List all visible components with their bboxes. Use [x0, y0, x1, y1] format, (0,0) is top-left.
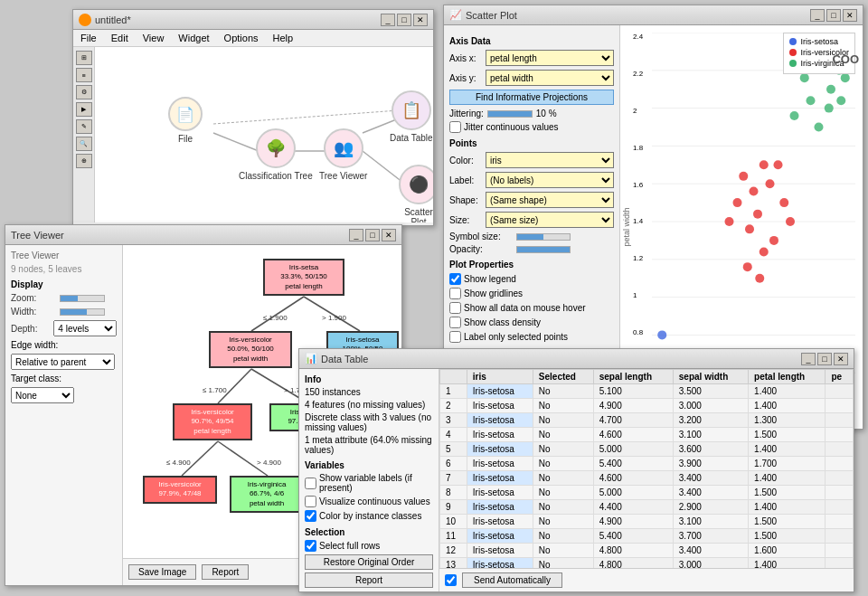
- cell-sepal-len: 4.800: [593, 544, 673, 558]
- show-gridlines-check[interactable]: [449, 288, 461, 299]
- scatter-maximize[interactable]: □: [826, 9, 841, 22]
- size-select[interactable]: (Same size): [486, 212, 614, 228]
- table-row[interactable]: 10 Iris-setosa No 4.900 3.100 1.500: [440, 515, 854, 529]
- datatable-table-area[interactable]: iris Selected sepal length sepal width p…: [439, 369, 854, 568]
- target-select[interactable]: None: [11, 387, 74, 403]
- label-select[interactable]: (No labels): [486, 172, 614, 188]
- menu-view[interactable]: View: [139, 32, 168, 44]
- opacity-slider[interactable]: [516, 246, 571, 253]
- scatter-close[interactable]: ✕: [843, 9, 857, 22]
- menu-widget[interactable]: Widget: [175, 32, 212, 44]
- toolbar-left: ⊞ ≡ ⚙ ▶ ✎ 🔍 ⊕: [73, 47, 95, 222]
- table-row[interactable]: 3 Iris-setosa No 4.700 3.200 1.300: [440, 413, 854, 428]
- close-btn[interactable]: ✕: [413, 14, 428, 26]
- cell-sepal-len: 4.800: [593, 558, 673, 569]
- symbol-size-slider[interactable]: [516, 233, 571, 241]
- node-file[interactable]: 📄 File: [168, 97, 203, 144]
- col-petal-length[interactable]: petal length: [749, 370, 826, 384]
- cell-sepal-len: 5.400: [593, 529, 673, 544]
- table-row[interactable]: 12 Iris-setosa No 4.800 3.400 1.600: [440, 544, 854, 558]
- cell-num: 7: [440, 471, 467, 486]
- cell-pe: [826, 399, 854, 413]
- label-selected-check[interactable]: [449, 331, 461, 343]
- tool-4[interactable]: ▶: [76, 102, 92, 117]
- datatable-maximize[interactable]: □: [817, 353, 832, 365]
- menu-edit[interactable]: Edit: [108, 32, 132, 44]
- send-auto-check[interactable]: [445, 574, 457, 586]
- axis-y-select[interactable]: petal width: [486, 70, 614, 86]
- col-pe[interactable]: pe: [826, 370, 854, 384]
- menu-help[interactable]: Help: [269, 32, 297, 44]
- show-class-density-check[interactable]: [449, 317, 461, 328]
- show-legend-check[interactable]: [449, 273, 461, 285]
- table-row[interactable]: 11 Iris-setosa No 5.400 3.700 1.500: [440, 529, 854, 544]
- tool-7[interactable]: ⊕: [76, 154, 92, 168]
- visualize-continuous-check[interactable]: [305, 496, 316, 507]
- scatter-minimize[interactable]: _: [810, 9, 825, 22]
- menu-file[interactable]: File: [77, 32, 100, 44]
- report-btn2[interactable]: Report: [305, 572, 433, 588]
- cell-sepal-wid: 3.500: [673, 384, 748, 399]
- node-scatter-plot[interactable]: ⚫ Scatter Plot: [399, 165, 433, 222]
- table-row[interactable]: 7 Iris-setosa No 4.600 3.400 1.400: [440, 471, 854, 486]
- table-row[interactable]: 5 Iris-setosa No 5.000 3.600 1.400: [440, 442, 854, 457]
- tool-5[interactable]: ✎: [76, 119, 92, 134]
- cell-sepal-len: 4.900: [593, 399, 673, 413]
- minimize-btn[interactable]: _: [381, 14, 395, 26]
- table-row[interactable]: 4 Iris-setosa No 4.600 3.100 1.500: [440, 428, 854, 442]
- menu-options[interactable]: Options: [221, 32, 262, 44]
- save-image-btn[interactable]: Save Image: [128, 564, 196, 580]
- proj-btn[interactable]: Find Informative Projections: [449, 90, 614, 105]
- edge-width-label: Edge width:: [11, 340, 58, 350]
- col-sepal-length[interactable]: sepal length: [593, 370, 673, 384]
- node-data-table[interactable]: 📋 Data Table: [390, 90, 433, 143]
- node-tree-viewer[interactable]: 👥 Tree Viewer: [319, 128, 367, 181]
- axis-x-select[interactable]: petal length: [486, 50, 614, 66]
- tool-1[interactable]: ⊞: [76, 51, 92, 65]
- svg-point-33: [807, 96, 816, 105]
- col-selected[interactable]: Selected: [533, 370, 593, 384]
- canvas-area: ⊞ ≡ ⚙ ▶ ✎ 🔍 ⊕ 📄 File 🌳 Clas: [73, 47, 433, 222]
- table-row[interactable]: 8 Iris-setosa No 5.000 3.400 1.500: [440, 486, 854, 500]
- col-sepal-width[interactable]: sepal width: [673, 370, 748, 384]
- table-row[interactable]: 6 Iris-setosa No 5.400 3.900 1.700: [440, 457, 854, 471]
- tree-close[interactable]: ✕: [382, 229, 396, 241]
- show-var-labels-check[interactable]: [305, 478, 316, 489]
- cell-sepal-wid: 2.900: [673, 500, 748, 515]
- table-row[interactable]: 2 Iris-setosa No 4.900 3.000 1.400: [440, 399, 854, 413]
- tree-minimize[interactable]: _: [349, 229, 363, 241]
- edge-width-select[interactable]: Relative to parent: [11, 354, 115, 370]
- table-row[interactable]: 1 Iris-setosa No 5.100 3.500 1.400: [440, 384, 854, 399]
- datatable-close[interactable]: ✕: [834, 353, 848, 365]
- col-iris[interactable]: iris: [467, 370, 533, 384]
- depth-select[interactable]: 4 levels: [53, 320, 117, 336]
- datatable-minimize[interactable]: _: [801, 353, 816, 365]
- tool-2[interactable]: ≡: [76, 68, 92, 82]
- color-select[interactable]: iris: [486, 152, 614, 168]
- shape-select[interactable]: (Same shape): [486, 192, 614, 208]
- show-all-data-check[interactable]: [449, 302, 461, 314]
- tree-node-root[interactable]: Iris-setsa33.3%, 50/150petal length: [263, 259, 344, 296]
- node-classification-tree[interactable]: 🌳 Classification Tree: [239, 128, 313, 181]
- main-title-bar: untitled* _ □ ✕: [73, 10, 433, 30]
- tree-node-ll[interactable]: Iris-versicolor97.9%, 47/48: [143, 476, 217, 504]
- zoom-slider[interactable]: [60, 295, 105, 302]
- tool-6[interactable]: 🔍: [76, 137, 92, 151]
- cell-sepal-len: 4.900: [593, 515, 673, 529]
- jitter-slider[interactable]: [487, 110, 533, 118]
- tree-node-lr[interactable]: Iris-virginica66.7%, 4/6petal width: [230, 476, 304, 513]
- restore-btn[interactable]: Restore Original Order: [305, 554, 433, 570]
- jitter-check[interactable]: [449, 121, 461, 133]
- table-row[interactable]: 9 Iris-setosa No 4.400 2.900 1.400: [440, 500, 854, 515]
- report-btn[interactable]: Report: [202, 564, 249, 580]
- tree-node-left2[interactable]: Iris-versicolor90.7%, 49/54petal length: [173, 403, 252, 440]
- width-slider[interactable]: [60, 308, 105, 316]
- maximize-btn[interactable]: □: [397, 14, 411, 26]
- select-full-rows-check[interactable]: [305, 540, 316, 552]
- tree-node-left1[interactable]: Iris-versicolor50.0%, 50/100petal width: [209, 331, 292, 368]
- send-auto-btn[interactable]: Send Automatically: [462, 572, 562, 588]
- tree-maximize[interactable]: □: [365, 229, 380, 241]
- table-row[interactable]: 13 Iris-setosa No 4.800 3.000 1.400: [440, 558, 854, 569]
- tool-3[interactable]: ⚙: [76, 85, 92, 99]
- color-by-instance-check[interactable]: [305, 510, 316, 522]
